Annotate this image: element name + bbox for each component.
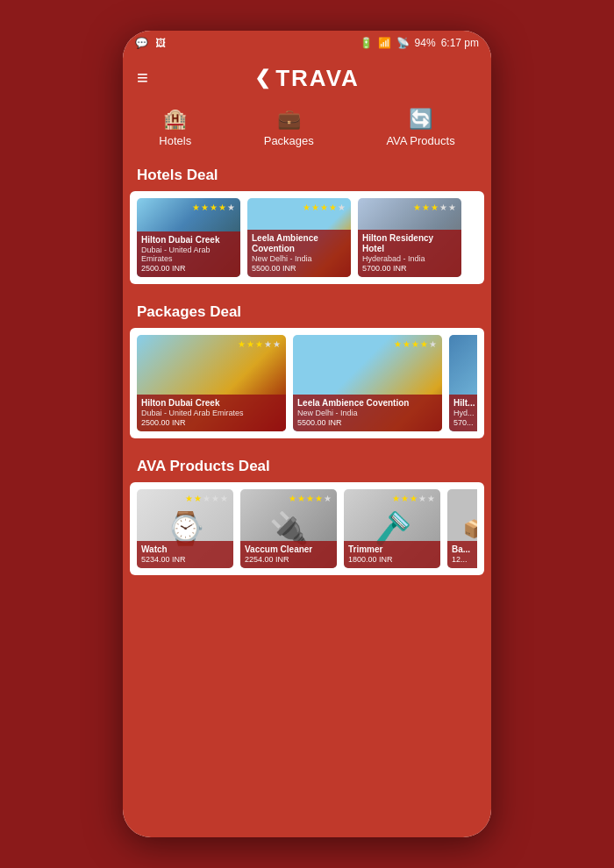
hotel-card-2[interactable]: ★★★★★ Leela Ambience Covention New Delhi… xyxy=(247,198,351,277)
ava-card-1[interactable]: ⌚ ★★★★★ Watch 5234.00 INR xyxy=(137,489,233,568)
hotels-scroll-wrapper: ★★★★★ Hilton Dubai Creek Dubai - United … xyxy=(130,191,484,284)
hotel-info-3: Hilton Residency Hotel Hyderabad - India… xyxy=(358,230,461,277)
battery-icon: 🔋 xyxy=(360,37,373,49)
ava-stars-3: ★★★★★ xyxy=(392,494,436,503)
packages-icon: 💼 xyxy=(277,108,301,131)
ava-stars-1: ★★★★★ xyxy=(185,494,229,503)
tab-packages[interactable]: 💼 Packages xyxy=(264,108,314,147)
hotel-info-2: Leela Ambience Covention New Delhi - Ind… xyxy=(247,230,351,277)
logo-text: TRAVA xyxy=(275,65,360,92)
tab-packages-label: Packages xyxy=(264,134,314,147)
pkg-name-1: Hilton Dubai Creek xyxy=(141,398,282,409)
ava-name-3: Trimmer xyxy=(348,544,436,555)
ava-stars-2: ★★★★★ xyxy=(289,494,332,503)
hotel-card-1[interactable]: ★★★★★ Hilton Dubai Creek Dubai - United … xyxy=(137,198,240,277)
wifi-icon: 📶 xyxy=(378,37,391,49)
hotels-deal-section: Hotels Deal ★★★★★ Hilton Dubai Creek Dub… xyxy=(123,158,491,284)
tab-ava-label: AVA Products xyxy=(386,134,454,147)
pkg-price-2: 5500.00 INR xyxy=(297,418,438,428)
packages-deal-section: Packages Deal ★★★★★ Hilton Dubai Creek D… xyxy=(123,295,491,438)
menu-button[interactable]: ≡ xyxy=(137,67,148,89)
hotel-card-3[interactable]: ★★★★★ Hilton Residency Hotel Hyderabad -… xyxy=(358,198,461,277)
status-left: 💬 🖼 xyxy=(135,37,166,49)
logo-arrow: ❮ xyxy=(254,67,272,89)
hotel-location-1: Dubai - United Arab Emirates xyxy=(141,245,236,265)
tab-navigation: 🏨 Hotels 💼 Packages 🔄 AVA Products xyxy=(123,101,491,158)
ava-card-2[interactable]: 🔌 ★★★★★ Vaccum Cleaner 2254.00 INR xyxy=(240,489,337,568)
ava-products-deal-section: AVA Products Deal ⌚ ★★★★★ Watch 5234.00 … xyxy=(123,449,491,575)
hotel-price-2: 5500.00 INR xyxy=(252,264,346,274)
ava-products-deal-header: AVA Products Deal xyxy=(123,449,491,482)
pkg-price-1: 2500.00 INR xyxy=(141,418,282,428)
pkg-name-2: Leela Ambience Covention xyxy=(297,398,438,409)
status-bar: 💬 🖼 🔋 📶 📡 94% 6:17 pm xyxy=(123,31,491,55)
hotel-stars-2: ★★★★★ xyxy=(303,203,346,212)
pkg-location-1: Dubai - United Arab Emirates xyxy=(141,409,282,418)
hotel-info-1: Hilton Dubai Creek Dubai - United Arab E… xyxy=(137,231,240,277)
pkg-stars-1: ★★★★★ xyxy=(238,339,282,349)
hotel-stars-1: ★★★★★ xyxy=(192,203,236,212)
hotel-name-3: Hilton Residency Hotel xyxy=(362,233,457,254)
signal-icon: 📡 xyxy=(396,37,410,49)
battery-percent: 94% xyxy=(415,37,436,49)
image-icon: 🖼 xyxy=(155,37,166,49)
hotel-location-2: New Delhi - India xyxy=(252,254,346,264)
phone-frame: 💬 🖼 🔋 📶 📡 94% 6:17 pm ≡ ❮ TRAVA 🏨 Hotels… xyxy=(123,31,491,837)
ava-icon: 🔄 xyxy=(409,108,432,131)
ava-info-4: Ba... 12... xyxy=(447,541,477,568)
pkg-name-3: Hilt... xyxy=(453,398,477,409)
hotel-price-3: 5700.00 INR xyxy=(362,264,457,274)
package-info-1: Hilton Dubai Creek Dubai - United Arab E… xyxy=(137,395,286,431)
tab-ava-products[interactable]: 🔄 AVA Products xyxy=(386,108,454,147)
package-info-3: Hilt... Hyd... 570... xyxy=(449,395,477,431)
ava-price-1: 5234.00 INR xyxy=(141,555,229,565)
pkg-location-2: New Delhi - India xyxy=(297,409,438,418)
ava-name-1: Watch xyxy=(141,544,229,555)
ava-info-3: Trimmer 1800.00 INR xyxy=(344,541,440,568)
ava-price-4: 12... xyxy=(452,555,477,565)
hotels-deal-header: Hotels Deal xyxy=(123,158,491,191)
hotel-name-2: Leela Ambience Covention xyxy=(252,233,346,254)
hotel-name-1: Hilton Dubai Creek xyxy=(141,235,236,245)
pkg-stars-2: ★★★★★ xyxy=(394,339,438,349)
hotel-stars-3: ★★★★★ xyxy=(413,203,457,212)
pkg-price-3: 570... xyxy=(453,418,477,428)
ava-name-4: Ba... xyxy=(452,544,477,555)
hotels-cards: ★★★★★ Hilton Dubai Creek Dubai - United … xyxy=(137,198,477,277)
pkg-location-3: Hyd... xyxy=(453,409,477,418)
hotel-price-1: 2500.00 INR xyxy=(141,264,236,274)
packages-cards: ★★★★★ Hilton Dubai Creek Dubai - United … xyxy=(137,335,477,431)
whatsapp-icon: 💬 xyxy=(135,37,148,49)
ava-card-3[interactable]: 🪒 ★★★★★ Trimmer 1800.00 INR xyxy=(344,489,440,568)
ava-info-2: Vaccum Cleaner 2254.00 INR xyxy=(240,541,337,568)
ava-card-4-partial[interactable]: 📦 Ba... 12... xyxy=(447,489,477,568)
time-display: 6:17 pm xyxy=(441,37,479,49)
package-card-1[interactable]: ★★★★★ Hilton Dubai Creek Dubai - United … xyxy=(137,335,286,431)
packages-deal-header: Packages Deal xyxy=(123,295,491,328)
ava-info-1: Watch 5234.00 INR xyxy=(137,541,233,568)
package-card-3-partial[interactable]: Hilt... Hyd... 570... xyxy=(449,335,477,431)
ava-price-2: 2254.00 INR xyxy=(245,555,332,565)
packages-scroll-wrapper: ★★★★★ Hilton Dubai Creek Dubai - United … xyxy=(130,328,484,438)
hotels-icon: 🏨 xyxy=(163,108,187,131)
app-header: ≡ ❮ TRAVA xyxy=(123,55,491,101)
app-logo: ❮ TRAVA xyxy=(254,65,360,92)
tab-hotels[interactable]: 🏨 Hotels xyxy=(159,108,191,147)
ava-name-2: Vaccum Cleaner xyxy=(245,544,332,555)
hotel-location-3: Hyderabad - India xyxy=(362,254,457,264)
package-card-2[interactable]: ★★★★★ Leela Ambience Covention New Delhi… xyxy=(293,335,442,431)
ava-price-3: 1800.00 INR xyxy=(348,555,436,565)
main-content: Hotels Deal ★★★★★ Hilton Dubai Creek Dub… xyxy=(123,158,491,837)
ava-cards: ⌚ ★★★★★ Watch 5234.00 INR 🔌 ★★★★ xyxy=(137,489,477,568)
tab-hotels-label: Hotels xyxy=(159,134,191,147)
status-right: 🔋 📶 📡 94% 6:17 pm xyxy=(360,37,479,49)
ava-scroll-wrapper: ⌚ ★★★★★ Watch 5234.00 INR 🔌 ★★★★ xyxy=(130,482,484,575)
package-info-2: Leela Ambience Covention New Delhi - Ind… xyxy=(293,395,442,431)
